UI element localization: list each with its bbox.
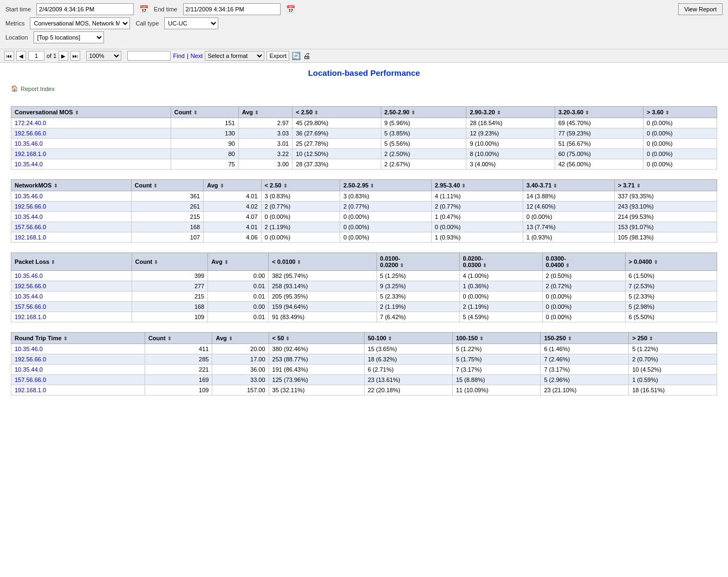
col-header-pkt-01000200[interactable]: 0.0100-0.0200 ⇕ [376,253,459,271]
export-button[interactable]: Export [266,51,289,61]
col-header-net-mos[interactable]: NetworkMOS ⇕ [11,180,132,191]
toolbar-row-1: Start time 📅 End time 📅 [5,3,723,15]
col-header-rtt-150250[interactable]: 150-250 ⇕ [541,333,629,344]
data-cell: 0 (0.00%) [542,291,625,302]
data-cell: 4.07 [204,212,261,222]
col-header-pkt-lt0100[interactable]: < 0.0100 ⇕ [269,253,376,271]
col-header-pkt-03000400[interactable]: 0.0300-0.0400 ⇕ [542,253,625,271]
next-link[interactable]: Next [191,53,203,59]
data-cell: 0 (0.00%) [542,302,625,312]
nav-first-button[interactable]: ⏮ [4,51,14,61]
data-cell: 3 (0.83%) [340,191,431,202]
data-cell: 1 (0.93%) [523,232,614,243]
find-input[interactable] [127,51,171,61]
refresh-icon[interactable]: 🔄 [291,51,301,60]
nav-last-button[interactable]: ⏭ [70,51,80,61]
network-mos-table: NetworkMOS ⇕ Count ⇕ Avg ⇕ < 2.50 ⇕ 2.50… [11,179,717,243]
location-cell[interactable]: 192.168.1.0 [11,232,132,243]
nav-prev-button[interactable]: ◀ [16,51,26,61]
col-header-net-295340[interactable]: 2.95-3.40 ⇕ [431,180,523,191]
view-report-container: View Report [678,3,723,15]
data-cell: 107 [131,232,204,243]
data-cell: 205 (95.35%) [269,291,376,302]
location-cell[interactable]: 10.35.44.0 [11,365,145,375]
format-select[interactable]: Select a format [205,51,264,61]
data-cell: 0.01 [208,291,269,302]
location-cell[interactable]: 192.56.66.0 [11,354,145,365]
table-row: 10.35.44.02154.070 (0.00%)0 (0.00%)1 (0.… [11,212,717,222]
col-header-conv-count[interactable]: Count ⇕ [171,107,238,118]
location-select[interactable]: [Top 5 locations] [34,31,104,43]
start-time-input[interactable] [36,3,134,15]
location-cell[interactable]: 10.35.44.0 [11,212,132,222]
col-header-pkt-avg[interactable]: Avg ⇕ [208,253,269,271]
page-of-label: of 1 [47,53,56,59]
metrics-select[interactable]: Conversational MOS, Network M [30,17,130,29]
data-cell: 0 (0.00%) [523,212,614,222]
col-header-pkt-loss[interactable]: Packet Loss ⇕ [11,253,132,271]
col-header-conv-250290[interactable]: 2.50-2.90 ⇕ [381,107,466,118]
call-type-select[interactable]: UC-UC [164,17,218,29]
location-cell[interactable]: 10.35.44.0 [11,291,132,302]
data-cell: 23 (13.61%) [364,375,452,385]
col-header-conv-avg[interactable]: Avg ⇕ [238,107,292,118]
col-header-rtt-count[interactable]: Count ⇕ [145,333,212,344]
col-header-rtt-50100[interactable]: 50-100 ⇕ [364,333,452,344]
location-cell[interactable]: 172.24.40.0 [11,118,171,128]
end-time-input[interactable] [183,3,281,15]
location-cell[interactable]: 192.56.66.0 [11,281,132,291]
end-time-calendar-icon[interactable]: 📅 [286,5,295,14]
col-header-net-340371[interactable]: 3.40-3.71 ⇕ [523,180,614,191]
data-cell: 2 (1.19%) [261,222,340,232]
location-cell[interactable]: 10.35.46.0 [11,139,171,149]
col-header-conv-320360[interactable]: 3.20-3.60 ⇕ [555,107,643,118]
col-header-conv-lt250[interactable]: < 2.50 ⇕ [292,107,381,118]
col-header-conv-290320[interactable]: 2.90-3.20 ⇕ [466,107,555,118]
print-icon[interactable]: 🖨 [303,51,310,60]
col-header-rtt[interactable]: Round Trip Time ⇕ [11,333,145,344]
col-header-net-gt371[interactable]: > 3.71 ⇕ [614,180,717,191]
col-header-rtt-avg[interactable]: Avg ⇕ [212,333,269,344]
location-cell[interactable]: 10.35.46.0 [11,191,132,202]
col-header-conv-mos[interactable]: Conversational MOS ⇕ [11,107,171,118]
data-cell: 9 (3.25%) [376,281,459,291]
location-cell[interactable]: 10.35.46.0 [11,271,132,281]
page-number-input[interactable] [28,51,44,61]
col-header-rtt-gt250[interactable]: > 250 ⇕ [629,333,717,344]
zoom-select[interactable]: 100% [86,51,121,61]
nav-next-button[interactable]: ▶ [58,51,68,61]
data-cell: 214 (99.53%) [614,212,717,222]
col-header-pkt-02000300[interactable]: 0.0200-0.0300 ⇕ [459,253,542,271]
col-header-rtt-lt50[interactable]: < 50 ⇕ [269,333,364,344]
location-cell[interactable]: 157.56.66.0 [11,222,132,232]
col-header-pkt-count[interactable]: Count ⇕ [132,253,208,271]
data-cell: 75 [171,159,238,170]
col-header-net-avg[interactable]: Avg ⇕ [204,180,261,191]
data-cell: 3.00 [238,159,292,170]
location-cell[interactable]: 10.35.44.0 [11,159,171,170]
data-cell: 77 (59.23%) [555,128,643,139]
data-cell: 380 (92.46%) [269,344,364,354]
report-index-link[interactable]: 🏠 Report Index [11,85,55,92]
location-cell[interactable]: 10.35.46.0 [11,344,145,354]
col-header-rtt-100150[interactable]: 100-150 ⇕ [452,333,541,344]
location-cell[interactable]: 157.56.66.0 [11,302,132,312]
location-cell[interactable]: 192.168.1.0 [11,385,145,396]
col-header-net-lt250[interactable]: < 2.50 ⇕ [261,180,340,191]
data-cell: 18 (16.51%) [629,385,717,396]
view-report-button[interactable]: View Report [678,3,723,15]
start-time-calendar-icon[interactable]: 📅 [139,5,148,14]
col-header-pkt-gt0400[interactable]: > 0.0400 ⇕ [625,253,717,271]
find-link[interactable]: Find [173,53,184,59]
location-cell[interactable]: 192.168.1.0 [11,312,132,322]
data-cell: 9 (5.96%) [381,118,466,128]
col-header-net-250295[interactable]: 2.50-2.95 ⇕ [340,180,431,191]
location-cell[interactable]: 192.168.1.0 [11,149,171,159]
location-cell[interactable]: 157.56.66.0 [11,375,145,385]
data-cell: 0 (0.00%) [261,232,340,243]
col-header-conv-gt360[interactable]: > 3.60 ⇕ [644,107,717,118]
location-cell[interactable]: 192.56.66.0 [11,202,132,212]
col-header-net-count[interactable]: Count ⇕ [131,180,204,191]
location-cell[interactable]: 192.56.66.0 [11,128,171,139]
data-cell: 6 (2.71%) [364,365,452,375]
